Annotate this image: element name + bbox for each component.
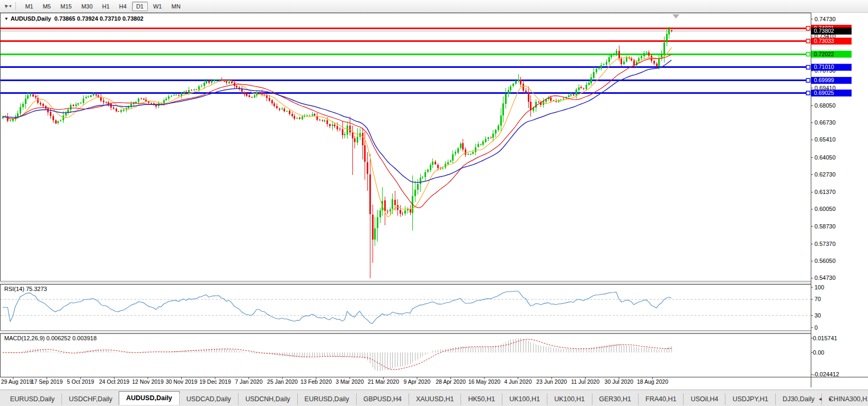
- date-tick-label: 29 Aug 2019: [1, 378, 32, 385]
- chart-tab-bar: EURUSD,DailyUSDCHF,DailyAUDUSD,DailyUSDC…: [0, 390, 868, 406]
- tab-scroll-left-icon[interactable]: ◂: [819, 395, 822, 402]
- timeframe-button-d1[interactable]: D1: [132, 2, 148, 11]
- price-level-badge-label: 0.69025: [814, 90, 834, 96]
- rsi-panel[interactable]: [1, 285, 811, 331]
- chart-tab-uk100-h1[interactable]: UK100,H1: [547, 393, 592, 405]
- symbol-dropdown-icon[interactable]: ▼: [4, 16, 8, 21]
- tab-scroll-controls: ◂ ▸: [819, 395, 832, 402]
- date-tick-label: 16 May 2020: [468, 378, 501, 385]
- price-level-badge-label: 0.72022: [814, 51, 834, 57]
- timeframe-button-group: M1M5M15M30H1H4D1W1MN: [20, 2, 185, 11]
- date-tick-label: 12 Nov 2019: [132, 378, 164, 385]
- macd-indicator-label: MACD(12,26,9) 0.006252 0.003918: [4, 335, 96, 341]
- macd-axis: 0.0157410.00-0.024412: [811, 335, 839, 378]
- price-tick-label: 0.66730: [814, 119, 836, 126]
- price-tick-label: 0.57370: [814, 241, 836, 247]
- date-tick-label: 24 Oct 2019: [99, 378, 129, 385]
- timeframe-toolbar: ➤ ▾ M1M5M15M30H1H4D1W1MN: [0, 0, 868, 13]
- date-tick-label: 21 Mar 2020: [368, 378, 399, 385]
- macd-tick-label: 0.015741: [813, 335, 837, 341]
- chart-tab-usoil-h4[interactable]: USOil,H4: [683, 393, 725, 405]
- price-tick-label: 0.62730: [814, 171, 836, 178]
- mt4-window: 0.747300.734100.707300.694100.680500.667…: [0, 0, 868, 406]
- chart-tab-gbpusd-h4[interactable]: GBPUSD,H4: [356, 393, 409, 405]
- timeframe-button-m1[interactable]: M1: [21, 2, 37, 11]
- level-handle[interactable]: [807, 91, 810, 95]
- timeframe-button-m30[interactable]: M30: [77, 2, 96, 11]
- date-tick-label: 23 Jun 2020: [536, 378, 567, 385]
- date-tick-label: 18 Aug 2020: [637, 378, 668, 385]
- time-axis: 29 Aug 201917 Sep 20195 Oct 201924 Oct 2…: [1, 377, 668, 385]
- level-handle[interactable]: [807, 39, 810, 43]
- timeframe-button-m15[interactable]: M15: [56, 2, 76, 11]
- chart-tab-usdchf-daily[interactable]: USDCHF,Daily: [61, 393, 119, 405]
- macd-tick-label: 0.00: [813, 349, 824, 356]
- chevron-down-icon[interactable]: ▾: [9, 4, 11, 8]
- chart-tab-eurusd-daily[interactable]: EURUSD,Daily: [3, 393, 61, 405]
- chart-tab-usdcnh-daily[interactable]: USDCNH,Daily: [238, 393, 297, 405]
- timeframe-button-m5[interactable]: M5: [39, 2, 55, 11]
- chart-symbol-label: AUDUSD,Daily: [11, 15, 51, 22]
- chart-ohlc-readout: 0.73865 0.73924 0.73710 0.73802: [54, 15, 143, 22]
- chart-tab-ger30-h1[interactable]: GER30,H1: [592, 393, 638, 405]
- price-level-badge-label: 0.69999: [814, 77, 834, 83]
- panel-splitter[interactable]: [1, 281, 811, 285]
- date-tick-label: 7 Jan 2020: [235, 378, 263, 385]
- date-tick-label: 11 Jul 2020: [571, 378, 600, 385]
- rsi-tick-label: 70: [814, 296, 821, 302]
- level-handle[interactable]: [807, 27, 810, 30]
- current-price-badge-label: 0.73802: [814, 28, 834, 34]
- level-handle[interactable]: [807, 65, 810, 69]
- macd-panel[interactable]: [1, 334, 811, 377]
- date-tick-label: 30 Nov 2019: [166, 378, 198, 385]
- price-level-badge-label: 0.73033: [814, 38, 834, 44]
- chart-tab-dj30-daily[interactable]: DJ30,Daily: [775, 393, 821, 405]
- price-tick-label: 0.58730: [814, 223, 836, 230]
- date-tick-label: 17 Sep 2019: [31, 378, 63, 385]
- rsi-axis: 10070300: [811, 284, 824, 331]
- chart-canvas[interactable]: 0.747300.734100.707300.694100.680500.667…: [0, 0, 868, 406]
- chart-tab-fra40-h1[interactable]: FRA40,H1: [638, 393, 683, 405]
- price-tick-label: 0.61370: [814, 189, 836, 195]
- chart-tab-audusd-daily[interactable]: AUDUSD,Daily: [119, 391, 180, 405]
- chart-title: ▼AUDUSD,Daily 0.73865 0.73924 0.73710 0.…: [4, 15, 144, 22]
- timeframe-button-h1[interactable]: H1: [98, 2, 114, 11]
- level-handle[interactable]: [807, 78, 810, 82]
- price-tick-label: 0.74730: [814, 16, 836, 22]
- date-tick-label: 30 Jul 2020: [605, 378, 633, 385]
- price-tick-label: 0.65410: [814, 136, 836, 143]
- price-tick-label: 0.60050: [814, 206, 836, 212]
- date-tick-label: 3 Mar 2020: [335, 378, 364, 385]
- price-tick-label: 0.54730: [814, 275, 836, 281]
- date-tick-label: 9 Apr 2020: [404, 378, 431, 385]
- main-chart-panel[interactable]: [1, 13, 811, 281]
- level-handle[interactable]: [807, 52, 810, 56]
- price-level-badge-label: 0.71010: [814, 64, 834, 70]
- date-tick-label: 5 Oct 2019: [67, 378, 94, 385]
- date-tick-label: 13 Feb 2020: [300, 378, 332, 385]
- date-tick-label: 4 Jun 2020: [504, 378, 532, 385]
- date-tick-label: 19 Dec 2019: [199, 378, 231, 385]
- cursor-tool-icon[interactable]: ➤: [2, 3, 10, 10]
- date-tick-label: 28 Apr 2020: [436, 378, 466, 385]
- chart-tab-hk50-h1[interactable]: HK50,H1: [460, 393, 502, 405]
- toolbar-grip[interactable]: [15, 2, 16, 10]
- macd-tick-label: -0.024412: [813, 371, 839, 377]
- tab-scroll-right-icon[interactable]: ▸: [829, 395, 832, 402]
- chart-tab-uk100-h1[interactable]: UK100,H1: [502, 393, 547, 405]
- chart-tab-usdjpy-h1[interactable]: USDJPY,H1: [725, 393, 775, 405]
- price-tick-label: 0.64050: [814, 154, 836, 161]
- rsi-indicator-label: RSI(14) 75.3273: [4, 286, 47, 292]
- price-tick-label: 0.56050: [814, 258, 836, 264]
- chart-tabs: EURUSD,DailyUSDCHF,DailyAUDUSD,DailyUSDC…: [3, 391, 868, 405]
- price-tick-label: 0.68050: [814, 102, 836, 109]
- panel-splitter[interactable]: [1, 331, 811, 334]
- chart-tab-xauusd-h1[interactable]: XAUUSD,H1: [409, 393, 461, 405]
- timeframe-button-h4[interactable]: H4: [115, 2, 131, 11]
- timeframe-button-w1[interactable]: W1: [149, 2, 166, 11]
- timeframe-button-mn[interactable]: MN: [167, 2, 184, 11]
- chart-tab-usdcad-daily[interactable]: USDCAD,Daily: [179, 393, 238, 405]
- rsi-tick-label: 100: [814, 284, 824, 290]
- rsi-tick-label: 30: [814, 312, 821, 319]
- chart-tab-eurusd-daily[interactable]: EURUSD,Daily: [297, 393, 356, 405]
